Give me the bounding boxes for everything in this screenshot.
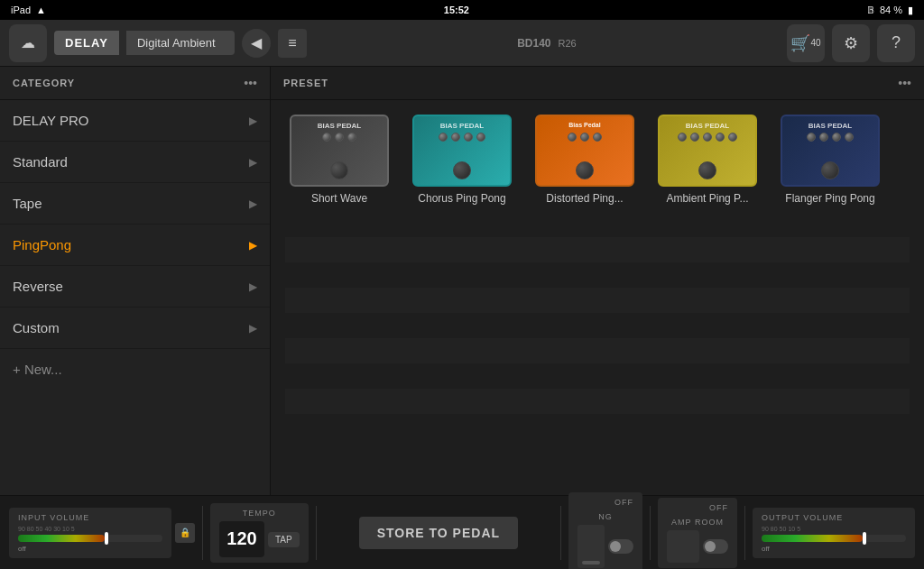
ng-section: off NG bbox=[568, 492, 642, 570]
ng-slider[interactable] bbox=[578, 525, 605, 568]
preset-label-chorus: Chorus Ping Pong bbox=[418, 192, 505, 205]
pedal-brand: BIAS PEDAL bbox=[782, 122, 878, 130]
preset-item-shortwave[interactable]: BIAS PEDAL Short Wave bbox=[285, 115, 393, 205]
chevron-right-icon: ▶ bbox=[249, 156, 257, 169]
ng-toggle[interactable] bbox=[608, 539, 633, 554]
toggle-knob bbox=[610, 541, 621, 552]
preset-label-ambient: Ambient Ping P... bbox=[666, 192, 748, 205]
chevron-right-icon: ▶ bbox=[249, 322, 257, 335]
pedal-knob bbox=[451, 133, 460, 142]
sidebar-item-reverse[interactable]: Reverse ▶ bbox=[0, 266, 270, 307]
pedal-knob bbox=[819, 133, 828, 142]
sidebar-more-button[interactable]: ••• bbox=[244, 76, 257, 90]
tempo-display[interactable]: 120 bbox=[219, 521, 264, 557]
preset-row: BIAS PEDAL Short Wave BIAS PEDAL bbox=[285, 115, 910, 205]
divider bbox=[744, 506, 745, 560]
input-volume-handle[interactable] bbox=[105, 532, 108, 545]
sidebar-item-delay-pro[interactable]: DELAY PRO ▶ bbox=[0, 100, 270, 142]
help-button[interactable]: ? bbox=[877, 24, 915, 62]
pedal-brand: BIAS PEDAL bbox=[291, 122, 387, 130]
preset-item-flanger[interactable]: BIAS PEDAL Flanger Ping Pong bbox=[776, 115, 884, 205]
pedal-knob bbox=[335, 133, 344, 142]
pedal-knob bbox=[703, 133, 712, 142]
chevron-right-icon: ▶ bbox=[249, 115, 257, 127]
output-volume-slider[interactable] bbox=[762, 535, 906, 542]
tap-button[interactable]: TAP bbox=[268, 532, 300, 547]
output-volume-handle[interactable] bbox=[863, 532, 866, 545]
pedal-knob bbox=[347, 133, 356, 142]
store-section: STORE TO PEDAL bbox=[324, 517, 553, 549]
preset-more-button[interactable]: ••• bbox=[898, 76, 911, 90]
preset-label-shortwave: Short Wave bbox=[311, 192, 367, 205]
sidebar-item-custom[interactable]: Custom ▶ bbox=[0, 307, 270, 349]
divider bbox=[316, 506, 317, 560]
input-volume-fill bbox=[18, 535, 105, 542]
store-to-pedal-button[interactable]: STORE TO PEDAL bbox=[359, 517, 518, 549]
gear-icon: ⚙ bbox=[844, 33, 858, 53]
preset-item-distorted[interactable]: Bias Pedal Distorted Ping... bbox=[531, 115, 639, 205]
input-vol-scale: 90 80 50 40 30 10 5 bbox=[18, 526, 162, 532]
pedal-footswitch bbox=[330, 161, 348, 179]
sidebar-item-standard[interactable]: Standard ▶ bbox=[0, 142, 270, 183]
settings-button[interactable]: ⚙ bbox=[832, 24, 870, 62]
preset-name-display: Digital Ambient bbox=[126, 31, 235, 55]
sidebar-item-tape[interactable]: Tape ▶ bbox=[0, 183, 270, 225]
menu-button[interactable]: ≡ bbox=[278, 29, 307, 58]
cloud-icon: ☁ bbox=[21, 34, 35, 51]
pedal-footswitch bbox=[576, 161, 594, 179]
amp-room-label: AMP ROOM bbox=[671, 518, 724, 527]
pedal-knob bbox=[690, 133, 699, 142]
r-label: R26 bbox=[559, 38, 577, 49]
wifi-icon: ▲ bbox=[36, 5, 46, 15]
cart-icon: 🛒 bbox=[790, 33, 810, 53]
cart-count: 40 bbox=[810, 38, 820, 48]
play-back-icon: ◀ bbox=[251, 34, 262, 51]
help-icon: ? bbox=[892, 33, 901, 52]
pedal-knobs bbox=[439, 133, 485, 142]
bluetooth-icon: 𝔹 bbox=[867, 5, 874, 16]
pedal-knob bbox=[678, 133, 687, 142]
pedal-knob bbox=[716, 133, 725, 142]
sidebar-item-pingpong[interactable]: PingPong ▶ bbox=[0, 225, 270, 266]
preset-header: PRESET ••• bbox=[271, 67, 924, 100]
pedal-knob bbox=[476, 133, 485, 142]
stripe-row bbox=[285, 363, 910, 389]
new-item-button[interactable]: + New... bbox=[0, 349, 270, 390]
amp-toggle[interactable] bbox=[703, 539, 728, 554]
pedal-knobs bbox=[322, 133, 356, 142]
sidebar-item-label-pingpong: PingPong bbox=[13, 237, 71, 252]
sidebar-header: CATEGORY ••• bbox=[0, 67, 270, 100]
status-right: 𝔹 84 % ▮ bbox=[867, 5, 913, 16]
cloud-button[interactable]: ☁ bbox=[9, 24, 47, 62]
preset-grid: BIAS PEDAL Short Wave BIAS PEDAL bbox=[271, 100, 924, 495]
stripe-row bbox=[285, 212, 910, 237]
pedal-knob bbox=[845, 133, 854, 142]
bd-label: BD140 bbox=[517, 37, 550, 50]
preset-item-chorus[interactable]: BIAS PEDAL Chorus Ping Pong bbox=[408, 115, 516, 205]
play-back-button[interactable]: ◀ bbox=[242, 29, 271, 58]
battery-label: 84 % bbox=[880, 5, 902, 15]
preset-panel: PRESET ••• BIAS PEDAL Short Wav bbox=[271, 67, 924, 495]
input-off-label: off bbox=[18, 545, 162, 553]
amp-off-label: off bbox=[709, 503, 728, 512]
preset-item-ambient[interactable]: BIAS PEDAL Ambient Ping P... bbox=[653, 115, 762, 205]
output-volume-section: OUTPUT VOLUME 90 80 50 10 5 off bbox=[753, 508, 915, 558]
pedal-knob bbox=[322, 133, 331, 142]
stripe-row bbox=[285, 313, 910, 338]
empty-rows bbox=[285, 212, 910, 414]
preset-label-distorted: Distorted Ping... bbox=[546, 192, 623, 205]
preset-pedal-chorus: BIAS PEDAL bbox=[412, 115, 512, 187]
pedal-knobs bbox=[568, 133, 602, 142]
preset-pedal-flanger: BIAS PEDAL bbox=[781, 115, 880, 187]
amp-room-display[interactable] bbox=[667, 530, 699, 563]
cart-button[interactable]: 🛒 40 bbox=[787, 24, 825, 62]
stripe-row bbox=[285, 237, 910, 262]
sidebar: CATEGORY ••• DELAY PRO ▶ Standard ▶ Tape… bbox=[0, 67, 271, 495]
sidebar-item-label-delay-pro: DELAY PRO bbox=[13, 113, 88, 128]
ng-label: NG bbox=[598, 512, 613, 521]
lock-button[interactable]: 🔒 bbox=[175, 523, 195, 543]
preset-label-flanger: Flanger Ping Pong bbox=[785, 192, 874, 205]
stripe-row bbox=[285, 389, 910, 414]
input-volume-slider[interactable] bbox=[18, 535, 162, 542]
input-volume-section: INPUT VOLUME 90 80 50 40 30 10 5 off bbox=[9, 508, 171, 558]
